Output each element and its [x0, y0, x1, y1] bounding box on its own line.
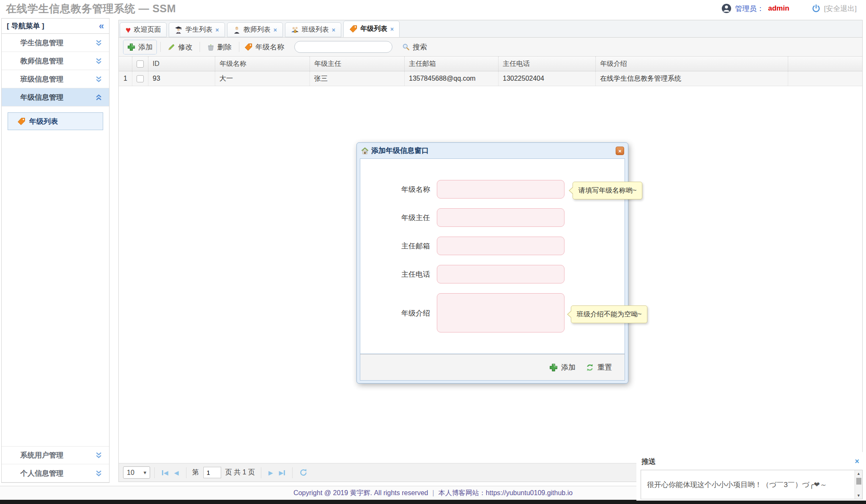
- push-message-text: 很开心你能体现这个小小小项目哟！（づ￣3￣）づ╭❤～: [647, 470, 827, 499]
- dialog-reset-button[interactable]: 重置: [586, 362, 612, 372]
- sidebar-item-grade-info[interactable]: 年级信息管理: [2, 88, 109, 106]
- column-header-grade-name[interactable]: 年级名称: [215, 57, 310, 71]
- field-label-phone: 主任电话: [360, 270, 430, 279]
- tab-student-list[interactable]: 学生列表 ×: [169, 22, 225, 37]
- cell-email: 1357845688@qq.com: [405, 71, 499, 86]
- push-panel-header: 推送 ×: [636, 452, 866, 467]
- tooltip-grade-name: 请填写年级名称哟~: [573, 182, 642, 199]
- field-label-email: 主任邮箱: [360, 241, 430, 251]
- close-icon[interactable]: ×: [855, 457, 859, 466]
- last-page-bar: [284, 470, 285, 475]
- dialog-add-label: 添加: [561, 362, 576, 372]
- scroll-up-icon[interactable]: ▲: [857, 471, 861, 476]
- scrollbar-thumb[interactable]: [856, 478, 861, 485]
- page-size-select[interactable]: 10 ▾: [123, 466, 150, 479]
- grade-tag-icon: [17, 117, 25, 125]
- tab-class-list[interactable]: 班级列表 ×: [285, 22, 341, 37]
- edit-button-label: 修改: [178, 42, 192, 52]
- director-email-input[interactable]: [437, 237, 565, 255]
- sidebar-item-grade-list[interactable]: 年级列表: [8, 112, 103, 130]
- tab-label: 学生列表: [185, 25, 212, 34]
- grade-director-input[interactable]: [437, 208, 565, 227]
- sidebar-submenu-grade: 年级列表: [2, 106, 109, 446]
- home-icon: [361, 147, 369, 155]
- sidebar-item-personal-info[interactable]: 个人信息管理: [2, 464, 109, 482]
- tab-label: 教师列表: [244, 25, 271, 34]
- sidebar-item-label: 年级信息管理: [20, 93, 63, 102]
- select-all-checkbox[interactable]: [137, 60, 144, 68]
- blog-link[interactable]: 本人博客网站：https://yubuntu0109.github.io: [438, 489, 573, 498]
- column-header-id[interactable]: ID: [148, 57, 215, 71]
- toolbar-separator: [239, 42, 239, 52]
- grid-header-row: ID 年级名称 年级主任 主任邮箱 主任电话 年级介绍: [119, 57, 862, 71]
- sidebar-item-teacher-info[interactable]: 教师信息管理: [2, 52, 109, 70]
- page-number-input[interactable]: [203, 467, 221, 478]
- chevron-double-up-icon: [95, 94, 102, 101]
- chevron-double-down-icon: [95, 76, 102, 83]
- chevron-double-down-icon: [95, 57, 102, 65]
- logout-link[interactable]: [安全退出]: [824, 4, 857, 14]
- table-row[interactable]: 1 93 大一 张三 1357845688@qq.com 13022502404…: [119, 71, 862, 86]
- sidebar-item-label: 系统用户管理: [20, 450, 63, 460]
- last-page-button[interactable]: ▶: [279, 469, 285, 476]
- tab-welcome[interactable]: ♥ 欢迎页面: [120, 22, 167, 37]
- scroll-down-icon[interactable]: ▼: [857, 493, 861, 498]
- prev-page-triangle: ◀: [174, 469, 179, 476]
- prev-page-button[interactable]: ◀: [174, 469, 179, 476]
- column-header-intro[interactable]: 年级介绍: [596, 57, 788, 71]
- push-scrollbar[interactable]: ▲ ▼: [855, 470, 862, 499]
- grid-header-checkbox-cell: [132, 57, 148, 71]
- chevron-double-down-icon: [95, 39, 102, 46]
- sidebar-title: [ 导航菜单 ]: [7, 21, 44, 31]
- first-page-button[interactable]: ◀: [162, 469, 168, 476]
- cell-director: 张三: [310, 71, 405, 86]
- column-header-email[interactable]: 主任邮箱: [405, 57, 499, 71]
- tab-label: 欢迎页面: [134, 25, 161, 34]
- director-phone-input[interactable]: [437, 265, 565, 283]
- next-page-button[interactable]: ▶: [269, 469, 273, 476]
- search-icon: [402, 43, 410, 51]
- tab-teacher-list[interactable]: 教师列表 ×: [227, 22, 283, 37]
- chevron-down-icon: ▾: [143, 469, 146, 476]
- close-icon[interactable]: ×: [390, 26, 394, 33]
- add-grade-dialog: 添加年级信息窗口 × 年级名称 年级主任 主任邮箱 主任电话 年级介绍 请填写年…: [356, 142, 628, 384]
- tabs-strip: ♥ 欢迎页面 学生列表 × 教师列表 × 班级列表 × 年级列表 ×: [119, 20, 862, 38]
- student-icon: [175, 26, 182, 34]
- teacher-icon: [233, 26, 241, 34]
- dialog-reset-label: 重置: [597, 362, 612, 372]
- row-checkbox[interactable]: [137, 75, 144, 82]
- dialog-title: 添加年级信息窗口: [371, 146, 429, 155]
- edit-button[interactable]: 修改: [164, 40, 196, 54]
- sidebar-item-student-info[interactable]: 学生信息管理: [2, 34, 109, 52]
- push-panel-title: 推送: [641, 457, 656, 466]
- dialog-close-button[interactable]: ×: [616, 147, 624, 155]
- column-header-phone[interactable]: 主任电话: [499, 57, 596, 71]
- field-label-intro: 年级介绍: [360, 308, 430, 318]
- refresh-icon[interactable]: [299, 469, 307, 477]
- close-icon[interactable]: ×: [332, 27, 335, 33]
- close-icon[interactable]: ×: [274, 27, 277, 33]
- delete-button[interactable]: 删除: [203, 40, 236, 54]
- dialog-titlebar[interactable]: 添加年级信息窗口: [357, 143, 628, 158]
- field-label-grade-name: 年级名称: [360, 185, 430, 194]
- last-page-triangle: ▶: [279, 469, 284, 476]
- close-icon[interactable]: ×: [215, 27, 219, 33]
- search-button-label: 搜索: [413, 42, 427, 52]
- column-header-director[interactable]: 年级主任: [310, 57, 405, 71]
- add-button[interactable]: 添加: [123, 40, 157, 54]
- dialog-add-button[interactable]: 添加: [549, 362, 576, 372]
- tab-grade-list[interactable]: 年级列表 ×: [343, 21, 400, 37]
- grid-header-spacer: [788, 57, 862, 71]
- sidebar-item-label: 学生信息管理: [20, 38, 63, 48]
- power-icon[interactable]: [811, 4, 821, 13]
- grade-name-input[interactable]: [437, 180, 565, 199]
- tooltip-grade-intro: 班级介绍不能为空呦~: [571, 305, 647, 323]
- search-input[interactable]: [294, 41, 392, 53]
- search-button[interactable]: 搜索: [398, 40, 431, 54]
- grade-intro-textarea[interactable]: [437, 293, 565, 332]
- class-icon: [291, 26, 299, 33]
- sidebar-item-class-info[interactable]: 班级信息管理: [2, 70, 109, 88]
- sidebar-item-system-users[interactable]: 系统用户管理: [2, 446, 109, 464]
- pager-separator: [154, 467, 155, 478]
- sidebar-collapse-icon[interactable]: «: [99, 22, 104, 30]
